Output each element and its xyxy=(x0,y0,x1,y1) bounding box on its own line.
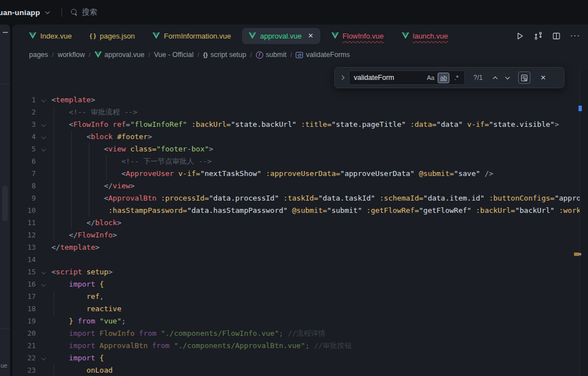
find-query-text: validateForm xyxy=(354,74,423,82)
fold-chevron-icon[interactable] xyxy=(36,94,51,106)
json-icon: { } xyxy=(89,32,96,39)
tab-approval-vue[interactable]: approval.vue✕ xyxy=(242,28,320,44)
more-actions-button[interactable]: ··· xyxy=(570,30,580,40)
indent-guide xyxy=(106,155,107,180)
project-name[interactable]: uan-uniapp xyxy=(0,8,40,17)
chevron-down-icon[interactable] xyxy=(45,9,50,13)
tab-label: FormInformation.vue xyxy=(164,32,231,40)
breadcrumb-label: workflow xyxy=(58,51,85,59)
regex-toggle[interactable]: .* xyxy=(451,73,462,83)
code-text: import { xyxy=(51,278,104,291)
breadcrumb-item-submit[interactable]: fsubmit xyxy=(256,51,287,59)
code-text: import { xyxy=(51,352,104,364)
find-in-selection-button[interactable] xyxy=(518,72,530,84)
sidebar-scrollbar[interactable] xyxy=(2,185,8,221)
code-line-3[interactable]: 3 <FlowInfo ref="flowInfoRef" :backUrl="… xyxy=(12,118,580,131)
previous-match-button[interactable] xyxy=(492,76,497,80)
code-text: <!-- 下一节点审批人 --> xyxy=(51,155,212,168)
breadcrumb-item-pages[interactable]: pages xyxy=(29,51,48,59)
tab-forminformation-vue[interactable]: FormInformation.vue xyxy=(146,28,238,44)
code-line-2[interactable]: 2 <!-- 审批流程 --> xyxy=(12,106,580,118)
code-line-7[interactable]: 7 <ApproveUser v-if="nextTaskShow" :appr… xyxy=(12,168,580,180)
code-line-15[interactable]: 15<script setup> xyxy=(12,266,580,278)
line-number: 12 xyxy=(12,229,36,241)
indent-guide xyxy=(54,364,54,376)
tab-pages-json[interactable]: { }pages.json xyxy=(83,28,141,44)
sidebar-cut-filename: ue xyxy=(1,362,7,369)
line-number: 2 xyxy=(12,106,36,118)
tab-launch-vue[interactable]: launch.vue xyxy=(395,28,455,44)
vue-icon xyxy=(94,51,102,58)
chevron-down-icon xyxy=(41,356,46,360)
fold-chevron-icon[interactable] xyxy=(36,118,51,131)
sidebar-divider xyxy=(0,84,10,84)
next-match-button[interactable] xyxy=(505,75,509,79)
code-line-10[interactable]: 10 :hasStampPassword="data.hasStampPassw… xyxy=(12,204,580,217)
tab-flowinfo-vue[interactable]: FlowInfo.vue xyxy=(325,28,391,44)
fold-spacer xyxy=(36,217,51,229)
code-text: <template> xyxy=(51,94,95,106)
close-icon[interactable]: ✕ xyxy=(308,32,314,39)
global-search-placeholder: 搜索 xyxy=(82,7,97,17)
fold-chevron-icon[interactable] xyxy=(36,266,51,278)
overview-marker-orange xyxy=(574,253,579,256)
code-line-9[interactable]: 9 <ApprovalBtn :processId="data.processI… xyxy=(12,192,580,204)
fold-spacer xyxy=(36,106,51,118)
breadcrumb-item-validateforms[interactable]: @validateForms xyxy=(296,51,350,59)
whole-word-toggle[interactable]: ab xyxy=(438,73,449,83)
code-editor[interactable]: 1<template>2 <!-- 审批流程 -->3 <FlowInfo re… xyxy=(12,94,580,376)
scrollbar-overview-ruler[interactable] xyxy=(580,70,588,376)
find-input[interactable]: validateForm Aaab.* xyxy=(349,70,465,85)
fold-chevron-icon[interactable] xyxy=(36,278,51,291)
code-line-20[interactable]: 20 import FlowInfo from "./components/Fl… xyxy=(12,327,580,340)
split-editor-button[interactable] xyxy=(552,32,561,40)
line-number: 13 xyxy=(12,241,36,254)
breadcrumb-item-vue-official[interactable]: Vue - Official xyxy=(154,51,193,59)
breadcrumb-item-workflow[interactable]: workflow xyxy=(58,51,85,59)
indent-guide xyxy=(71,131,72,229)
indent-guide xyxy=(54,291,54,315)
fold-spacer xyxy=(36,340,51,352)
code-line-21[interactable]: 21 import ApprovalBtn from "./components… xyxy=(12,340,580,352)
line-number: 8 xyxy=(12,180,36,192)
vue-icon xyxy=(153,32,160,39)
global-search[interactable]: 搜索 xyxy=(71,7,97,17)
code-line-17[interactable]: 17 ref, xyxy=(12,291,580,303)
code-line-1[interactable]: 1<template> xyxy=(12,94,580,106)
fold-spacer xyxy=(36,327,51,340)
fold-spacer xyxy=(36,241,51,254)
line-number: 20 xyxy=(12,327,36,340)
editor-actions: ··· xyxy=(516,25,580,47)
code-line-23[interactable]: 23 onLoad xyxy=(12,364,580,376)
code-line-12[interactable]: 12 </FlowInfo> xyxy=(12,229,580,241)
breadcrumb-separator: / xyxy=(250,51,252,58)
line-number: 7 xyxy=(12,168,36,180)
line-number: 19 xyxy=(12,315,36,327)
run-button[interactable] xyxy=(516,32,524,40)
code-line-8[interactable]: 8 </view> xyxy=(12,180,580,192)
code-line-5[interactable]: 5 <view class="footer-box"> xyxy=(12,143,580,155)
fold-chevron-icon[interactable] xyxy=(36,143,51,155)
code-line-6[interactable]: 6 <!-- 下一节点审批人 --> xyxy=(12,155,580,168)
compare-changes-button[interactable] xyxy=(534,31,543,40)
code-line-19[interactable]: 19 } from "vue"; xyxy=(12,315,580,327)
code-line-4[interactable]: 4 <block #footer> xyxy=(12,131,580,143)
breadcrumb-separator: / xyxy=(89,51,91,58)
code-line-22[interactable]: 22 import { xyxy=(12,352,580,364)
indent-guide xyxy=(89,143,89,217)
code-line-16[interactable]: 16 import { xyxy=(12,278,580,291)
tab-index-vue[interactable]: Index.vue xyxy=(22,28,78,44)
code-text: import ApprovalBtn from "./components/Ap… xyxy=(51,340,352,352)
toggle-replace-chevron-icon[interactable] xyxy=(340,75,344,80)
code-line-11[interactable]: 11 </block> xyxy=(12,217,580,229)
code-line-18[interactable]: 18 reactive xyxy=(12,303,580,315)
code-text: </template> xyxy=(51,241,99,254)
fold-chevron-icon[interactable] xyxy=(36,131,51,143)
close-find-icon[interactable]: ✕ xyxy=(540,74,546,82)
match-case-toggle[interactable]: Aa xyxy=(425,73,437,83)
breadcrumb-item-approval-vue[interactable]: approval.vue xyxy=(94,51,145,59)
code-line-13[interactable]: 13</template> xyxy=(12,241,580,254)
fold-chevron-icon[interactable] xyxy=(36,352,51,364)
breadcrumb-item-script-setup[interactable]: {}script setup xyxy=(203,51,246,59)
code-line-14[interactable]: 14 xyxy=(12,254,580,266)
